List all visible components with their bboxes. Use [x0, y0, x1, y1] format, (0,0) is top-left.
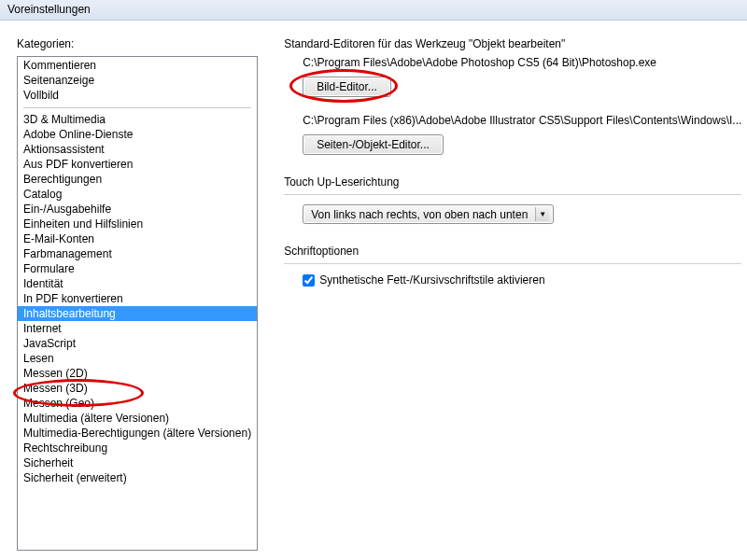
category-item[interactable]: Aus PDF konvertieren — [18, 157, 257, 172]
category-item[interactable]: 3D & Multimedia — [18, 112, 257, 127]
categories-label: Kategorien: — [17, 37, 258, 50]
category-item[interactable]: Lesen — [18, 351, 257, 366]
font-options-group: Schriftoptionen Synthetische Fett-/Kursi… — [284, 245, 741, 287]
category-item[interactable]: Ein-/Ausgabehilfe — [18, 202, 257, 217]
divider — [284, 194, 741, 195]
category-item[interactable]: E-Mail-Konten — [18, 231, 257, 246]
category-item[interactable]: Catalog — [18, 187, 257, 202]
window-titlebar: Voreinstellungen — [0, 0, 747, 21]
page-editor-button[interactable]: Seiten-/Objekt-Editor... — [303, 134, 444, 155]
category-item[interactable]: JavaScript — [18, 336, 257, 351]
dialog-content: Kategorien: KommentierenSeitenanzeigeVol… — [0, 21, 747, 560]
window-title: Voreinstellungen — [7, 3, 91, 16]
category-item[interactable]: Seitenanzeige — [18, 73, 257, 88]
category-item[interactable]: Einheiten und Hilfslinien — [18, 217, 257, 231]
list-separator — [18, 103, 257, 112]
touchup-group: Touch Up-Leserichtung Von links nach rec… — [284, 175, 741, 224]
category-item[interactable]: Inhaltsbearbeitung — [18, 306, 257, 321]
category-item[interactable]: Formulare — [18, 261, 257, 276]
categories-column: Kategorien: KommentierenSeitenanzeigeVol… — [17, 37, 258, 560]
category-item[interactable]: Messen (2D) — [18, 366, 257, 381]
category-item[interactable]: Messen (Geo) — [18, 396, 257, 411]
category-item[interactable]: Rechtschreibung — [18, 441, 257, 455]
image-editor-button[interactable]: Bild-Editor... — [303, 77, 391, 97]
touchup-direction-dropdown[interactable]: Von links nach rechts, von oben nach unt… — [303, 204, 554, 224]
synthetic-styles-row: Synthetische Fett-/Kursivschriftstile ak… — [303, 273, 741, 287]
editors-group: Standard-Editoren für das Werkzeug "Obje… — [284, 37, 741, 155]
categories-listbox[interactable]: KommentierenSeitenanzeigeVollbild3D & Mu… — [17, 56, 258, 551]
touchup-label: Touch Up-Leserichtung — [284, 175, 741, 189]
category-item[interactable]: Adobe Online-Dienste — [18, 127, 257, 142]
touchup-direction-value: Von links nach rechts, von oben nach unt… — [311, 208, 528, 221]
category-item[interactable]: Multimedia (ältere Versionen) — [18, 411, 257, 426]
settings-panel: Standard-Editoren für das Werkzeug "Obje… — [258, 37, 741, 560]
synthetic-styles-checkbox[interactable] — [303, 274, 315, 287]
page-editor-path: C:\Program Files (x86)\Adobe\Adobe Illus… — [303, 114, 741, 127]
category-item[interactable]: Berechtigungen — [18, 172, 257, 187]
chevron-down-icon: ▼ — [535, 207, 549, 221]
category-item[interactable]: Identität — [18, 276, 257, 291]
category-item[interactable]: Vollbild — [18, 88, 257, 103]
category-item[interactable]: Farbmanagement — [18, 246, 257, 261]
category-item[interactable]: Sicherheit — [18, 455, 257, 470]
category-item[interactable]: Internet — [18, 321, 257, 336]
divider — [284, 263, 741, 264]
category-item[interactable]: Messen (3D) — [18, 381, 257, 396]
category-item[interactable]: Kommentieren — [18, 58, 257, 73]
font-options-label: Schriftoptionen — [284, 245, 741, 258]
image-editor-path: C:\Program Files\Adobe\Adobe Photoshop C… — [303, 56, 741, 69]
editors-label: Standard-Editoren für das Werkzeug "Obje… — [284, 37, 741, 50]
category-item[interactable]: In PDF konvertieren — [18, 291, 257, 306]
synthetic-styles-label[interactable]: Synthetische Fett-/Kursivschriftstile ak… — [319, 273, 544, 287]
category-item[interactable]: Sicherheit (erweitert) — [18, 470, 257, 485]
category-item[interactable]: Multimedia-Berechtigungen (ältere Versio… — [18, 426, 257, 441]
category-item[interactable]: Aktionsassistent — [18, 142, 257, 157]
